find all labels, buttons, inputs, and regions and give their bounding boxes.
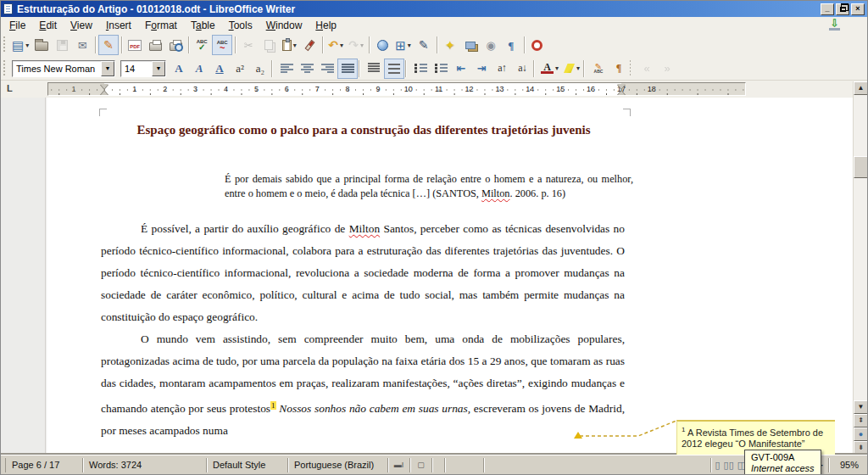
- dropdown-caret-icon[interactable]: ▾: [293, 42, 297, 49]
- view-multi-page-button[interactable]: ▯▯: [724, 461, 734, 470]
- align-justify-button[interactable]: ▾: [337, 59, 358, 79]
- edit-mode-button[interactable]: ✎▾: [98, 35, 119, 55]
- bullet-list-button[interactable]: ▾: [431, 59, 451, 79]
- open-button[interactable]: ▾: [31, 35, 52, 55]
- autospellcheck-button[interactable]: ABC▾: [212, 35, 232, 55]
- dropdown-caret-icon[interactable]: ▾: [555, 64, 559, 72]
- menu-edit[interactable]: Edit: [32, 18, 64, 33]
- body-text[interactable]: É possível, a partir do auxílio geográfi…: [101, 218, 625, 442]
- toolbar-drag-handle[interactable]: [3, 36, 7, 53]
- view-single-page-button[interactable]: ▯: [715, 461, 721, 470]
- minimize-button[interactable]: _: [821, 3, 834, 15]
- italic-button[interactable]: A▾: [189, 59, 209, 79]
- comment-anchor-icon[interactable]: [574, 432, 582, 439]
- dropdown-caret-icon[interactable]: ▾: [360, 42, 364, 49]
- selection-mode-indicator[interactable]: ▢: [410, 458, 432, 472]
- align-left-button[interactable]: ▾: [276, 59, 297, 79]
- superscript-button[interactable]: a²▾: [230, 59, 250, 79]
- menu-format[interactable]: Format: [138, 18, 184, 33]
- standard-toolbar: ▤▾ ▾ ▾ ✉▾ ▾ ✎▾ ▾ PDF▾ ▾ ▾ ▾ ABC▾ ABC▾ ▾ …: [1, 33, 867, 57]
- left-indent-marker[interactable]: [100, 84, 108, 95]
- align-center-button[interactable]: ▾: [297, 59, 317, 79]
- zoom-level[interactable]: 95%: [829, 458, 865, 472]
- increase-indent-button[interactable]: ⇥▾: [471, 59, 492, 79]
- overflow-prev-button: «▾: [637, 59, 657, 79]
- window-title: Estruturação do Artigo - 01012018.odt - …: [17, 3, 816, 15]
- align-right-button[interactable]: ▾: [317, 59, 337, 79]
- decrease-font-button[interactable]: a↓▾: [512, 59, 532, 79]
- hyperlink-button[interactable]: ▾: [372, 35, 392, 55]
- paste-button[interactable]: ▾: [279, 35, 299, 55]
- language-status[interactable]: Portuguese (Brazil): [288, 458, 388, 472]
- underline-button[interactable]: A▾: [209, 59, 230, 79]
- menu-insert[interactable]: Insert: [99, 18, 138, 33]
- menu-help[interactable]: Help: [309, 18, 343, 33]
- toolbar-drag-handle[interactable]: [3, 60, 7, 77]
- page-style[interactable]: Default Style: [207, 458, 288, 472]
- chevron-down-icon[interactable]: ▼: [101, 61, 114, 76]
- right-indent-marker[interactable]: [617, 84, 626, 95]
- toolbar-separator: ▾: [186, 35, 192, 55]
- table-button[interactable]: ⊞▾: [392, 35, 414, 55]
- paragraph[interactable]: É possível, a partir do auxílio geográfi…: [101, 218, 625, 328]
- update-available-icon[interactable]: ⇩: [829, 19, 840, 31]
- horizontal-ruler[interactable]: 1234567891011121314151617181: [47, 82, 746, 96]
- show-changes-button[interactable]: ¶▾: [609, 59, 629, 79]
- menu-table[interactable]: Table: [184, 18, 222, 33]
- page-status[interactable]: Page 6 / 17: [5, 458, 83, 472]
- menu-window[interactable]: Window: [259, 18, 309, 33]
- font-size-value[interactable]: 14: [121, 61, 152, 76]
- increase-font-button[interactable]: a↑▾: [492, 59, 512, 79]
- spelling-button[interactable]: ABC▾: [192, 35, 212, 55]
- scroll-down-button[interactable]: ▼: [854, 400, 868, 414]
- undo-button[interactable]: ↶▾: [326, 35, 346, 55]
- next-page-button[interactable]: ⇟: [854, 441, 868, 455]
- menu-view[interactable]: View: [64, 18, 99, 33]
- export-pdf-button[interactable]: PDF▾: [125, 35, 145, 55]
- gallery-button[interactable]: ▾: [460, 35, 481, 55]
- close-button[interactable]: ×: [851, 3, 865, 15]
- insert-mode-indicator[interactable]: ▬I: [388, 458, 410, 472]
- nav-dot-button[interactable]: ●: [854, 428, 868, 441]
- menu-tools[interactable]: Tools: [222, 18, 259, 33]
- subscript-button[interactable]: a₂▾: [250, 59, 270, 79]
- vertical-scrollbar[interactable]: ▲ ▼ ⇞ ● ⇟: [853, 81, 867, 456]
- data-sources-button[interactable]: ◉▾: [481, 35, 501, 55]
- font-color-button[interactable]: A▾: [538, 59, 561, 79]
- track-changes-button[interactable]: ✎▾: [588, 59, 609, 79]
- previous-page-button[interactable]: ⇞: [854, 414, 868, 428]
- chevron-down-icon[interactable]: ▼: [152, 61, 165, 76]
- help-button[interactable]: ▾: [527, 35, 548, 55]
- block-quote[interactable]: É por demais sabido que a principal form…: [225, 172, 633, 200]
- highlight-button[interactable]: ▾: [561, 59, 582, 79]
- new-document-button[interactable]: ▤▾: [9, 35, 31, 55]
- line-spacing-15-button[interactable]: ▾: [384, 59, 404, 79]
- font-size-combo[interactable]: 14 ▼: [120, 60, 166, 77]
- font-name-value[interactable]: Times New Roman: [13, 61, 101, 76]
- tab-stop-selector[interactable]: L: [7, 83, 13, 93]
- line-spacing-1-button[interactable]: ▾: [364, 59, 384, 79]
- menubar: FileEditViewInsertFormatTableToolsWindow…: [1, 17, 867, 33]
- dropdown-caret-icon[interactable]: ▾: [408, 42, 411, 49]
- navigator-button[interactable]: ✦▾: [440, 35, 460, 55]
- scroll-up-button[interactable]: ▲: [854, 81, 868, 95]
- print-preview-button[interactable]: ▾: [165, 35, 186, 55]
- dropdown-caret-icon[interactable]: ▾: [340, 42, 343, 49]
- draw-functions-button[interactable]: ✎▾: [414, 35, 434, 55]
- formatting-marks-button[interactable]: ¶▾: [501, 35, 521, 55]
- document-heading[interactable]: Espaço geográfico como o palco para a co…: [101, 123, 626, 137]
- word-count[interactable]: Words: 3724: [83, 458, 207, 472]
- restore-button[interactable]: [836, 3, 849, 15]
- print-button[interactable]: ▾: [145, 35, 165, 55]
- dropdown-caret-icon[interactable]: ▾: [576, 64, 580, 72]
- scrollbar-thumb[interactable]: [854, 156, 868, 178]
- bold-button[interactable]: A▾: [169, 59, 189, 79]
- dropdown-caret-icon[interactable]: ▾: [25, 42, 29, 49]
- email-button[interactable]: ✉▾: [72, 35, 92, 55]
- font-name-combo[interactable]: Times New Roman ▼: [12, 60, 115, 77]
- page[interactable]: Espaço geográfico como o palco para a co…: [45, 98, 853, 455]
- menu-file[interactable]: File: [3, 18, 32, 33]
- clone-formatting-button[interactable]: ▾: [299, 35, 320, 55]
- decrease-indent-button[interactable]: ⇤▾: [451, 59, 471, 79]
- numbered-list-button[interactable]: ▾: [410, 59, 431, 79]
